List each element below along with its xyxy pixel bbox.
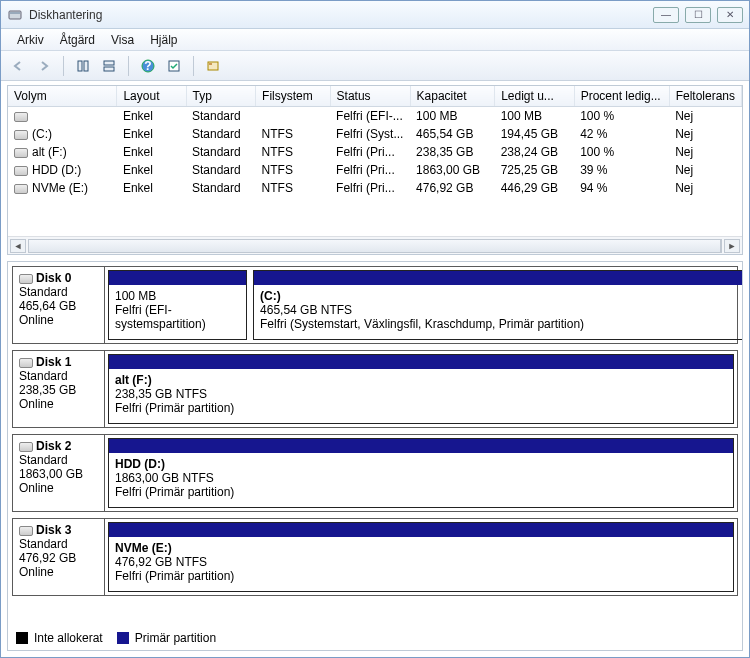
disk-icon xyxy=(19,442,33,452)
disk-info: Disk 3Standard476,92 GBOnline xyxy=(13,519,105,595)
back-button[interactable] xyxy=(7,55,29,77)
volume-icon xyxy=(14,130,28,140)
volume-icon xyxy=(14,112,28,122)
volume-table: VolymLayoutTypFilsystemStatusKapacitetLe… xyxy=(7,85,743,255)
disk-row[interactable]: Disk 1Standard238,35 GBOnlinealt (F:)238… xyxy=(12,350,738,428)
disk-management-window: Diskhantering — ☐ ✕ Arkiv Åtgärd Visa Hj… xyxy=(0,0,750,658)
table-row[interactable]: HDD (D:)EnkelStandardNTFSFelfri (Pri...1… xyxy=(8,161,742,179)
disk-info: Disk 0Standard465,64 GBOnline xyxy=(13,267,105,343)
menu-hjalp[interactable]: Hjälp xyxy=(142,31,185,49)
disk-row[interactable]: Disk 0Standard465,64 GBOnline100 MBFelfr… xyxy=(12,266,738,344)
partition-stripe xyxy=(109,355,733,369)
column-header[interactable]: Filsystem xyxy=(256,86,330,107)
disk-row[interactable]: Disk 2Standard1863,00 GBOnlineHDD (D:)18… xyxy=(12,434,738,512)
scroll-left-icon[interactable]: ◄ xyxy=(10,239,26,253)
column-header[interactable]: Status xyxy=(330,86,410,107)
table-row[interactable]: (C:)EnkelStandardNTFSFelfri (Syst...465,… xyxy=(8,125,742,143)
svg-text:?: ? xyxy=(144,59,151,73)
partition[interactable]: alt (F:)238,35 GB NTFSFelfri (Primär par… xyxy=(108,354,734,424)
svg-rect-1 xyxy=(10,12,20,14)
disk-icon xyxy=(19,526,33,536)
titlebar[interactable]: Diskhantering — ☐ ✕ xyxy=(1,1,749,29)
menu-arkiv[interactable]: Arkiv xyxy=(9,31,52,49)
svg-rect-5 xyxy=(104,67,114,71)
partition-stripe xyxy=(109,271,246,285)
volume-icon xyxy=(14,166,28,176)
column-header[interactable]: Layout xyxy=(117,86,186,107)
disk-info: Disk 2Standard1863,00 GBOnline xyxy=(13,435,105,511)
window-title: Diskhantering xyxy=(29,8,653,22)
menu-visa[interactable]: Visa xyxy=(103,31,142,49)
svg-rect-10 xyxy=(209,63,212,65)
legend-primary: Primär partition xyxy=(117,631,216,645)
svg-rect-3 xyxy=(84,61,88,71)
legend: Inte allokerat Primär partition xyxy=(7,625,743,651)
disk-info: Disk 1Standard238,35 GBOnline xyxy=(13,351,105,427)
table-row[interactable]: NVMe (E:)EnkelStandardNTFSFelfri (Pri...… xyxy=(8,179,742,197)
forward-button[interactable] xyxy=(33,55,55,77)
svg-rect-2 xyxy=(78,61,82,71)
column-header[interactable]: Ledigt u... xyxy=(495,86,575,107)
table-row[interactable]: EnkelStandardFelfri (EFI-...100 MB100 MB… xyxy=(8,107,742,126)
column-header[interactable]: Procent ledig... xyxy=(574,86,669,107)
legend-unallocated: Inte allokerat xyxy=(16,631,103,645)
toolbar: ? xyxy=(1,51,749,81)
partition[interactable]: NVMe (E:)476,92 GB NTFSFelfri (Primär pa… xyxy=(108,522,734,592)
partition[interactable]: 100 MBFelfri (EFI-systemspartition) xyxy=(108,270,247,340)
column-header[interactable]: Volym xyxy=(8,86,117,107)
partition-stripe xyxy=(109,523,733,537)
disk-icon xyxy=(19,358,33,368)
maximize-button[interactable]: ☐ xyxy=(685,7,711,23)
minimize-button[interactable]: — xyxy=(653,7,679,23)
volume-icon xyxy=(14,148,28,158)
menubar: Arkiv Åtgärd Visa Hjälp xyxy=(1,29,749,51)
svg-rect-4 xyxy=(104,61,114,65)
close-button[interactable]: ✕ xyxy=(717,7,743,23)
disk-layout-panel: Disk 0Standard465,64 GBOnline100 MBFelfr… xyxy=(7,261,743,626)
disk-row[interactable]: Disk 3Standard476,92 GBOnlineNVMe (E:)47… xyxy=(12,518,738,596)
table-row[interactable]: alt (F:)EnkelStandardNTFSFelfri (Pri...2… xyxy=(8,143,742,161)
menu-atgard[interactable]: Åtgärd xyxy=(52,31,103,49)
partition-stripe xyxy=(254,271,743,285)
scroll-right-icon[interactable]: ► xyxy=(724,239,740,253)
column-header[interactable]: Feltolerans xyxy=(669,86,741,107)
horizontal-scrollbar[interactable]: ◄ ► xyxy=(8,236,742,254)
column-header[interactable]: Kapacitet xyxy=(410,86,495,107)
partition[interactable]: HDD (D:)1863,00 GB NTFSFelfri (Primär pa… xyxy=(108,438,734,508)
settings-button[interactable] xyxy=(202,55,224,77)
disk-icon xyxy=(19,274,33,284)
view-button-1[interactable] xyxy=(72,55,94,77)
partition[interactable]: (C:)465,54 GB NTFSFelfri (Systemstart, V… xyxy=(253,270,743,340)
help-button[interactable]: ? xyxy=(137,55,159,77)
column-header[interactable]: Typ xyxy=(186,86,256,107)
volume-icon xyxy=(14,184,28,194)
partition-stripe xyxy=(109,439,733,453)
view-button-2[interactable] xyxy=(98,55,120,77)
app-icon xyxy=(7,7,23,23)
refresh-button[interactable] xyxy=(163,55,185,77)
